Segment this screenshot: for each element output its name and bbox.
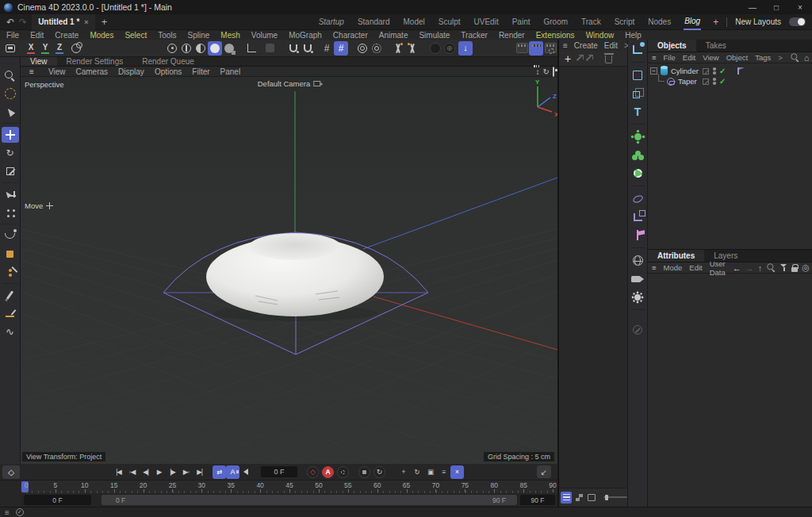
workplane-mode-icon[interactable] (262, 41, 277, 56)
search-commander-icon[interactable] (2, 67, 19, 83)
objects-tab[interactable]: Takes (696, 40, 736, 52)
menu-item[interactable]: Extensions (536, 31, 575, 40)
menu-item[interactable]: File (6, 31, 19, 40)
objects-menu-tags[interactable]: Tags (755, 53, 771, 62)
viewport-hamburger-icon[interactable]: ≡ (25, 67, 38, 76)
wireframe-shading-icon[interactable] (222, 41, 236, 56)
autokeying-button[interactable]: A (322, 466, 334, 478)
attributes-menu-userdata[interactable]: User Data (710, 259, 726, 277)
nav-up-icon[interactable]: ↑ (758, 263, 763, 273)
camera-object-icon[interactable] (630, 270, 646, 287)
range-start-field[interactable]: 0 F (24, 495, 91, 505)
record-scale-toggle[interactable]: ▣ (423, 465, 437, 479)
viewport-menu-filter[interactable]: Filter (192, 67, 209, 76)
spline-pen-icon[interactable] (630, 41, 646, 58)
sky-object-icon[interactable] (630, 252, 646, 269)
layout-tab[interactable]: Standard (357, 15, 391, 29)
viewport-menu-options[interactable]: Options (155, 67, 182, 76)
undo-icon[interactable]: ↶ (6, 17, 14, 28)
modeling-axis-icon[interactable]: ◎ (442, 41, 457, 56)
text-object-icon[interactable]: T (630, 103, 646, 120)
layout-tab[interactable]: Sculpt (438, 15, 462, 29)
icon-size-slider[interactable] (603, 496, 627, 498)
viewport-tab[interactable]: Render Settings (57, 57, 133, 66)
record-position-toggle[interactable]: + (396, 465, 410, 479)
snap-settings-icon[interactable] (301, 41, 315, 56)
attributes-lock-icon[interactable] (791, 267, 798, 272)
menu-item[interactable]: Help (625, 31, 642, 40)
objects-tab[interactable]: Objects (648, 40, 696, 52)
move-tool-icon[interactable] (2, 127, 19, 143)
record-pla-toggle[interactable]: × (450, 465, 464, 479)
menu-item[interactable]: Tracker (461, 31, 488, 40)
menu-item[interactable]: Modes (90, 31, 113, 40)
menu-item[interactable]: Spline (188, 31, 210, 40)
live-selection-icon[interactable] (2, 86, 19, 101)
quantize-icon[interactable] (355, 41, 370, 56)
record-objects-button[interactable] (358, 466, 370, 478)
layout-tab[interactable]: Track (580, 15, 602, 29)
layout-tab[interactable]: Nodes (647, 15, 672, 29)
close-button[interactable]: × (788, 0, 812, 14)
current-frame-field[interactable]: 0 F (261, 466, 297, 477)
snap-magnet-icon[interactable] (286, 41, 301, 56)
visibility-dots-icon[interactable] (713, 78, 716, 85)
objects-home-icon[interactable]: ⌂ (804, 53, 810, 63)
light-object-icon[interactable] (630, 289, 646, 305)
objects-search-icon[interactable] (791, 53, 799, 61)
close-tab-icon[interactable]: × (84, 18, 88, 26)
layout-tab[interactable]: Paint (511, 15, 531, 29)
grid-icon[interactable]: # (320, 41, 334, 56)
transport-button[interactable]: ◀| (139, 465, 152, 479)
menu-item[interactable]: Render (499, 31, 525, 40)
axis-x-button[interactable]: X (24, 41, 38, 56)
keyframe-settings-button[interactable] (337, 466, 349, 478)
attributes-hamburger-icon[interactable]: ≡ (652, 263, 657, 272)
camera-link-icon[interactable] (313, 81, 320, 86)
render-settings-icon[interactable] (543, 41, 557, 56)
menu-item[interactable]: Volume (251, 31, 278, 40)
viewport-menu-cameras[interactable]: Cameras (76, 67, 109, 76)
viewport-canvas[interactable]: Y Z X Perspective Default Camera Move Vi… (21, 77, 557, 464)
menu-item[interactable]: Create (55, 31, 79, 40)
delete-material-icon[interactable] (605, 56, 612, 63)
projection-label[interactable]: Perspective (25, 80, 64, 89)
attributes-tab[interactable]: Attributes (648, 250, 704, 262)
volume-builder-icon[interactable] (630, 165, 646, 182)
layout-tab[interactable]: Startup (318, 15, 345, 29)
toggle-views-icon[interactable] (553, 67, 554, 76)
grid-snap-icon[interactable]: # (334, 41, 348, 56)
cube-primitive-icon[interactable] (630, 85, 646, 101)
layout-tab[interactable]: Script (614, 15, 636, 29)
layout-tab[interactable]: Model (403, 15, 426, 29)
attributes-search-icon[interactable] (768, 263, 776, 271)
expand-collapse-icon[interactable]: − (650, 67, 657, 75)
bend-deformer-icon[interactable] (630, 190, 646, 207)
subdivision-surface-icon[interactable] (630, 128, 646, 145)
constant-shading-icon[interactable] (193, 41, 208, 56)
add-material-button[interactable]: + (561, 52, 574, 65)
redo-icon[interactable]: ↷ (19, 17, 27, 28)
preview-range-bar[interactable]: 0 F 90 F (102, 495, 517, 505)
objects-menu-object[interactable]: Object (726, 53, 748, 62)
objects-hamburger-icon[interactable]: ≡ (652, 53, 657, 62)
arc-pen-tool-icon[interactable] (2, 228, 19, 243)
attributes-body[interactable] (648, 274, 812, 481)
rectangle-tool-icon[interactable] (2, 246, 19, 262)
materials-menu-edit[interactable]: Edit (604, 41, 618, 50)
record-keyframe-button[interactable]: ◇ (307, 466, 319, 478)
record-parameter-toggle[interactable]: ≡ (437, 465, 450, 479)
render-view-icon[interactable] (515, 41, 529, 56)
field-object-icon[interactable] (630, 227, 646, 243)
viewport-tab[interactable]: Render Queue (132, 57, 204, 66)
add-document-tab-button[interactable]: + (102, 16, 108, 28)
object-row-taper[interactable]: Taper ✓ (648, 76, 812, 86)
objects-menu-view[interactable]: View (703, 53, 718, 62)
loop-mode-icon[interactable]: ⇄ (213, 465, 226, 479)
material-pen-icon[interactable] (630, 321, 646, 338)
line-pen-tool-icon[interactable] (2, 305, 19, 321)
add-layout-button[interactable]: + (713, 17, 718, 28)
objects-menu-file[interactable]: File (664, 53, 676, 62)
maximize-button[interactable]: □ (764, 0, 788, 14)
menu-item[interactable]: Character (333, 31, 368, 40)
